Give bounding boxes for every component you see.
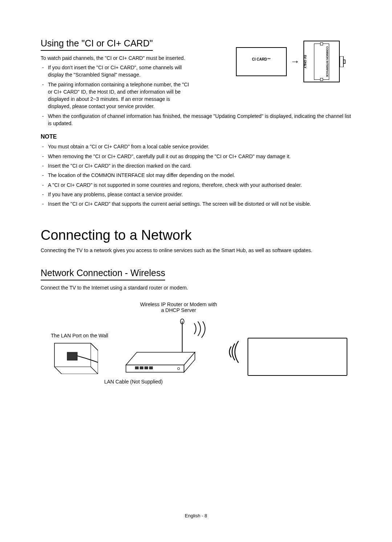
ci-card-diagram: CI CARD™ → 5V ONLY COMMON INTERFACE [236,41,352,82]
list-item: The location of the COMMON INTERFACE slo… [41,172,352,179]
svg-rect-15 [144,366,148,369]
svg-marker-11 [126,365,184,372]
svg-rect-13 [135,366,139,369]
list-item: A "CI or CI+ CARD" is not supported in s… [41,181,352,189]
list-item: Insert the "CI or CI+ CARD" in the direc… [41,162,352,169]
wall-port-icon [51,341,98,374]
router-label: Wireless IP Router or Modem with a DHCP … [130,301,228,313]
slot-5v-label: 5V ONLY [303,55,307,69]
router-label-line1: Wireless IP Router or Modem with [140,301,217,307]
network-diagram: Wireless IP Router or Modem with a DHCP … [41,301,352,396]
wifi-out-icon [189,321,214,347]
list-item: If you have any problems, please contact… [41,191,352,198]
lan-cable-label: LAN Cable (Not Supplied) [104,379,163,385]
svg-marker-10 [126,352,195,365]
section-title-wireless: Network Connection - Wireless [41,268,165,280]
list-item: The pairing information containing a tel… [41,81,191,110]
list-item: You must obtain a "CI or CI+ CARD" from … [41,143,352,150]
ci-slot-illustration: 5V ONLY COMMON INTERFACE [303,41,340,82]
section-title-ci: Using the "CI or CI+ CARD" [41,38,153,51]
note-heading: NOTE [41,134,352,140]
network-intro: Connecting the TV to a network gives you… [41,247,352,253]
list-item: If you don't insert the "CI or CI+ CARD"… [41,64,191,79]
svg-rect-0 [340,56,343,67]
svg-rect-1 [343,60,345,63]
svg-rect-7 [67,352,77,360]
section-ci-card: Using the "CI or CI+ CARD" CI CARD™ → 5V… [41,38,352,208]
lan-wall-label: The LAN Port on the Wall [51,333,108,338]
list-item: When the configuration of channel inform… [41,112,352,127]
arrow-right-icon: → [290,56,300,67]
list-item: Insert the "CI or CI+ CARD" that support… [41,200,352,208]
page-heading-network: Connecting to a Network [41,227,352,243]
list-item: When removing the "CI or CI+ CARD", care… [41,153,352,160]
page-footer: English - 8 [0,513,392,518]
slot-ci-label: COMMON INTERFACE [326,46,329,77]
wireless-intro: Connect the TV to the Internet using a s… [41,285,352,291]
ci-card-label: CI CARD™ [252,57,271,61]
wifi-in-icon [222,339,244,368]
note-list: You must obtain a "CI or CI+ CARD" from … [41,143,352,208]
ci-bullets-full: When the configuration of channel inform… [41,112,352,127]
tv-icon [248,338,347,376]
router-label-line2: a DHCP Server [161,307,196,313]
svg-rect-14 [140,366,143,369]
slot-connector-icon [340,56,346,67]
ci-card-illustration: CI CARD™ [236,47,287,76]
svg-rect-16 [149,366,153,369]
